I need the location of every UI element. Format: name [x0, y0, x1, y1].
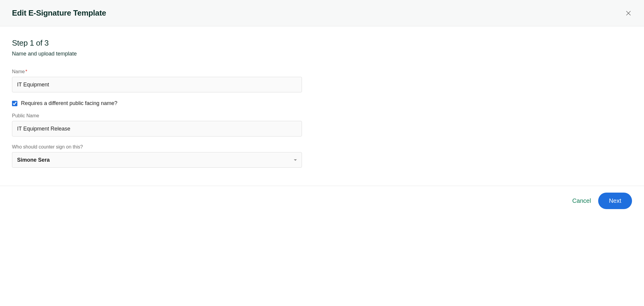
name-field-group: Name* [12, 69, 303, 92]
modal-footer: Cancel Next [0, 186, 644, 216]
public-name-field-group: Public Name [12, 113, 303, 136]
step-subtitle: Name and upload template [12, 51, 303, 57]
public-name-checkbox-label[interactable]: Requires a different public facing name? [21, 100, 117, 106]
counter-sign-select-wrapper: Simone Sera [12, 152, 302, 168]
counter-sign-field-group: Who should counter sign on this? Simone … [12, 144, 303, 168]
name-input[interactable] [12, 77, 302, 92]
public-name-checkbox[interactable] [12, 101, 17, 106]
modal-body: Step 1 of 3 Name and upload template Nam… [0, 26, 315, 186]
name-label: Name* [12, 69, 303, 74]
counter-sign-select[interactable]: Simone Sera [12, 152, 302, 168]
name-label-text: Name [12, 69, 25, 74]
public-name-input[interactable] [12, 121, 302, 136]
close-icon[interactable] [625, 10, 632, 17]
required-asterisk: * [25, 69, 27, 74]
public-name-label: Public Name [12, 113, 303, 118]
counter-sign-label: Who should counter sign on this? [12, 144, 303, 150]
public-name-checkbox-row: Requires a different public facing name? [12, 100, 303, 106]
step-title: Step 1 of 3 [12, 38, 303, 48]
modal-header: Edit E-Signature Template [0, 0, 644, 26]
cancel-button[interactable]: Cancel [572, 197, 591, 204]
next-button[interactable]: Next [598, 193, 632, 209]
modal-title: Edit E-Signature Template [12, 8, 106, 18]
